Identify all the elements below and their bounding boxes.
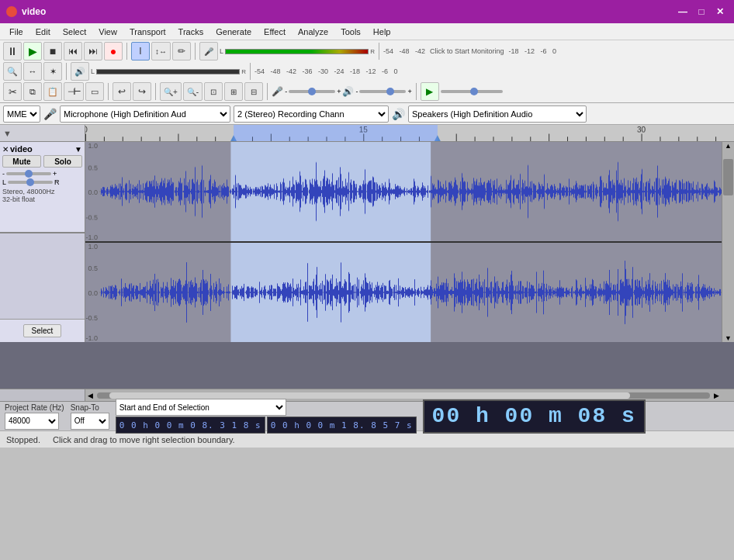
spk-device-icon: 🔊	[392, 108, 405, 120]
output-device-select[interactable]: Speakers (High Definition Audio	[408, 105, 587, 123]
fit-sel-button[interactable]: ⊡	[204, 82, 223, 101]
status-hint: Click and drag to move right selection b…	[53, 435, 235, 444]
app-icon	[6, 6, 17, 17]
input-device-select[interactable]: Microphone (High Definition Aud	[60, 105, 230, 123]
project-rate-select[interactable]: 48000	[5, 413, 59, 430]
skip-start-button[interactable]: ⏮	[64, 42, 82, 60]
sel-start-display[interactable]: 0 0 h 0 0 m 0 8. 3 1 8 s	[116, 417, 265, 434]
multi-tool-btn[interactable]: ✶	[43, 62, 62, 81]
menu-item-generate[interactable]: Generate	[209, 23, 258, 40]
mic-volume-slider[interactable]	[289, 90, 335, 93]
record-button[interactable]: ●	[104, 42, 123, 60]
menu-item-tracks[interactable]: Tracks	[172, 23, 210, 40]
waveform-track-2[interactable]	[85, 243, 722, 342]
zoom-tog-button[interactable]: ⊟	[244, 82, 263, 101]
silence-button[interactable]: ▭	[85, 82, 104, 101]
time-inputs-row: 0 0 h 0 0 m 0 8. 3 1 8 s 0 0 h 0 0 m 1 8…	[116, 417, 417, 434]
time-display-text: 00 h 00 m 08 s	[432, 404, 636, 428]
snap-to-section: Snap-To Off	[71, 403, 109, 430]
close-button[interactable]: ✕	[712, 4, 728, 19]
selection-mode-select[interactable]: Start and End of Selection Start and Len…	[116, 399, 286, 416]
menu-item-view[interactable]: View	[92, 23, 123, 40]
menu-item-edit[interactable]: Edit	[29, 23, 57, 40]
menu-item-transport[interactable]: Transport	[123, 23, 172, 40]
copy-button[interactable]: ⧉	[23, 82, 42, 101]
menu-item-help[interactable]: Help	[367, 23, 397, 40]
envelope-tool-btn[interactable]: ↕↔	[151, 42, 171, 60]
hscroll-right-btn[interactable]: ▶	[711, 392, 722, 399]
scroll-track	[722, 150, 734, 334]
track-name-row: ✕ video ▼	[2, 144, 82, 154]
out-meter-l-label: L	[91, 67, 95, 75]
toolbar-row-3: ✂ ⧉ 📋 ⊣⊢ ▭ ↩ ↪ 🔍+ 🔍- ⊡ ⊞ ⊟ 🎤 - + 🔊 - + ▶	[3, 82, 731, 101]
scroll-thumb[interactable]	[723, 159, 733, 196]
spk-volume-slider[interactable]	[359, 90, 406, 93]
fit-width-btn[interactable]: ↔	[23, 62, 42, 81]
zoom-out-button[interactable]: 🔍-	[183, 82, 203, 101]
hscroll-left-btn[interactable]: ◀	[85, 392, 95, 399]
skip-end-button[interactable]: ⏭	[84, 42, 102, 60]
stop-button[interactable]: ■	[43, 42, 62, 60]
pan-l-label: L	[2, 178, 6, 186]
zoom-in-button[interactable]: 🔍+	[160, 82, 182, 101]
status-stopped: Stopped.	[6, 435, 40, 444]
snap-to-select[interactable]: Off	[71, 413, 109, 430]
trim-button[interactable]: ⊣⊢	[64, 82, 84, 101]
project-rate-section: Project Rate (Hz) 48000	[5, 403, 64, 430]
ruler-row: ▼	[0, 125, 734, 142]
volume-row: - +	[2, 170, 82, 178]
channels-select[interactable]: 2 (Stereo) Recording Chann	[234, 105, 389, 123]
scroll-up-btn[interactable]: ▲	[722, 142, 734, 150]
hscroll-thumb[interactable]	[109, 392, 631, 399]
menu-item-select[interactable]: Select	[57, 23, 93, 40]
click-to-monitor[interactable]: Click to Start Monitoring	[427, 47, 507, 55]
fit-proj-button[interactable]: ⊞	[224, 82, 243, 101]
host-select[interactable]: MME	[3, 105, 40, 123]
maximize-button[interactable]: □	[694, 4, 709, 19]
minimize-button[interactable]: —	[675, 4, 691, 19]
sep1	[126, 43, 127, 60]
redo-button[interactable]: ↪	[133, 82, 151, 101]
undo-button[interactable]: ↩	[113, 82, 131, 101]
select-track-button[interactable]: Select	[23, 324, 62, 337]
meter-l-r-label: R	[370, 48, 375, 55]
sep7	[155, 83, 156, 100]
output-meter: L R	[91, 67, 246, 75]
sep2	[195, 43, 196, 60]
paste-button[interactable]: 📋	[43, 82, 62, 101]
play-speed-slider[interactable]	[441, 90, 503, 93]
draw-tool-btn[interactable]: ✏	[172, 42, 191, 60]
track-volume-slider[interactable]	[6, 172, 51, 175]
title-bar: video — □ ✕	[0, 0, 734, 23]
input-meter-btn[interactable]: 🎤	[199, 42, 218, 60]
zoom-normal-btn[interactable]: 🔍	[3, 62, 22, 81]
device-bar: MME 🎤 Microphone (High Definition Aud 2 …	[0, 103, 734, 125]
select-btn-row: Select	[0, 319, 85, 342]
sep4	[66, 63, 67, 80]
play-button[interactable]: ▶	[23, 42, 42, 60]
menu-item-file[interactable]: File	[3, 23, 29, 40]
ruler-header-space: ▼	[0, 125, 85, 141]
sel-end-display[interactable]: 0 0 h 0 0 m 1 8. 8 5 7 s	[267, 417, 417, 434]
pan-row: L R	[2, 178, 82, 186]
play-speed-btn[interactable]: ▶	[421, 82, 439, 101]
cut-button[interactable]: ✂	[3, 82, 22, 101]
track-close-icon[interactable]: ✕	[2, 145, 9, 154]
menu-item-tools[interactable]: Tools	[334, 23, 367, 40]
track-pan-slider[interactable]	[8, 181, 53, 184]
select-tool-btn[interactable]: I	[131, 42, 150, 60]
waveform-track-1[interactable]	[85, 142, 722, 243]
menu-item-analyze[interactable]: Analyze	[292, 23, 334, 40]
vol-min: -	[285, 88, 287, 95]
scroll-down-btn[interactable]: ▼	[722, 334, 734, 342]
solo-button[interactable]: Solo	[43, 155, 82, 168]
mic-device-icon: 🎤	[43, 108, 57, 120]
input-meter: L R	[220, 47, 375, 55]
speaker-btn[interactable]: 🔊	[71, 62, 89, 81]
track-collapse-arrow[interactable]: ▼	[74, 145, 82, 154]
pause-button[interactable]: ⏸	[3, 42, 22, 60]
v-scrollbar[interactable]: ▲ ▼	[722, 142, 734, 342]
menu-item-effect[interactable]: Effect	[258, 23, 292, 40]
mute-button[interactable]: Mute	[2, 155, 41, 168]
meter-l-label: L	[220, 47, 223, 55]
